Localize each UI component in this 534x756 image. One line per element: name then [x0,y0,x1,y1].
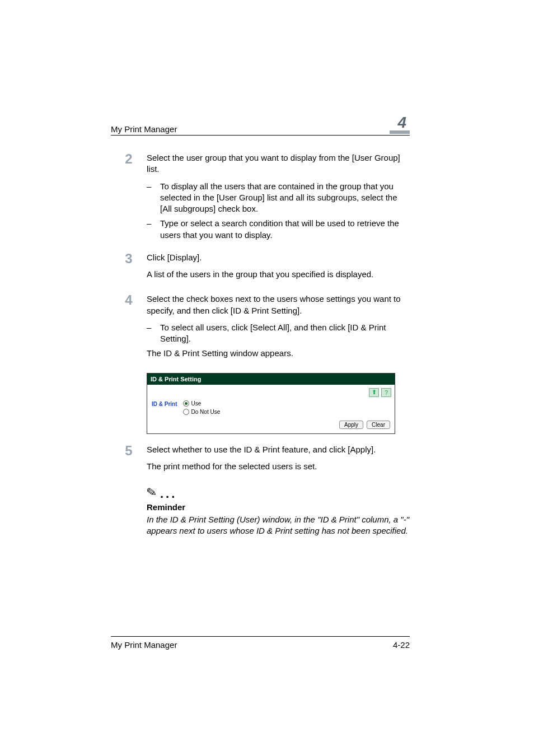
content-area: My Print Manager 4 2 Select the user gro… [111,115,410,537]
running-header-title: My Print Manager [111,124,177,134]
step-5: 5 Select whether to use the ID & Print f… [111,444,410,478]
back-icon[interactable]: ⬆ [369,388,379,397]
page-header: My Print Manager 4 [111,115,410,136]
step-text: Click [Display]. [147,252,410,263]
id-print-label: ID & Print [152,400,177,407]
step-bullet: – To display all the users that are cont… [147,181,410,215]
reminder-icon-row: ✎ ... [147,486,410,500]
id-print-setting-dialog: ID & Print Setting ⬆ ? ID & Print Use [147,373,395,434]
bullet-dash: – [147,322,160,345]
step-text: Select the user group that you want to d… [147,152,410,175]
radio-icon [183,409,189,415]
id-print-options: Use Do Not Use [183,400,221,415]
dialog-buttons: Apply Clear [147,421,395,433]
help-icon[interactable]: ? [381,388,391,397]
footer-page-number: 4-22 [393,640,410,650]
dialog-titlebar: ID & Print Setting [147,374,395,385]
step-number: 2 [111,152,147,244]
option-do-not-use[interactable]: Do Not Use [183,409,221,415]
step-text: The print method for the selected users … [147,461,410,472]
step-number: 3 [111,252,147,286]
option-label: Do Not Use [191,409,221,415]
note-icon: ✎ [146,485,158,501]
option-use[interactable]: Use [183,400,221,407]
step-number: 4 [111,293,147,365]
radio-icon [183,400,189,407]
page-footer: My Print Manager 4-22 [111,636,410,650]
step-text: A list of the users in the group that yo… [147,269,410,280]
bullet-text: To display all the users that are contai… [160,181,410,215]
reminder-text: In the ID & Print Setting (User) window,… [147,514,410,537]
chapter-number: 4 [397,115,406,130]
clear-button[interactable]: Clear [367,421,390,429]
step-3: 3 Click [Display]. A list of the users i… [111,252,410,286]
step-text: The ID & Print Setting window appears. [147,348,410,359]
step-body: Select the check boxes next to the users… [147,293,410,365]
step-bullet: – Type or select a search condition that… [147,218,410,241]
page: My Print Manager 4 2 Select the user gro… [0,0,534,756]
dialog-toolbar: ⬆ ? [147,385,395,399]
step-bullet: – To select all users, click [Select All… [147,322,410,345]
apply-button[interactable]: Apply [339,421,363,429]
step-body: Select whether to use the ID & Print fea… [147,444,410,478]
step-body: Select the user group that you want to d… [147,152,410,244]
chapter-badge: 4 [390,115,410,134]
step-number: 5 [111,444,147,478]
dialog-body: ID & Print Use Do Not Use [147,399,395,421]
bullet-text: To select all users, click [Select All],… [160,322,410,345]
bullet-dash: – [147,218,160,241]
id-print-row: ID & Print Use Do Not Use [152,400,390,415]
step-4: 4 Select the check boxes next to the use… [111,293,410,365]
bullet-text: Type or select a search condition that w… [160,218,410,241]
footer-title: My Print Manager [111,640,177,650]
reminder-block: ✎ ... Reminder In the ID & Print Setting… [147,486,410,537]
option-label: Use [191,400,202,407]
step-text: Select whether to use the ID & Print fea… [147,444,410,455]
step-2: 2 Select the user group that you want to… [111,152,410,244]
reminder-title: Reminder [147,502,410,512]
ellipsis-icon: ... [160,488,177,500]
step-body: Click [Display]. A list of the users in … [147,252,410,286]
step-text: Select the check boxes next to the users… [147,293,410,316]
body: 2 Select the user group that you want to… [111,152,410,537]
bullet-dash: – [147,181,160,215]
